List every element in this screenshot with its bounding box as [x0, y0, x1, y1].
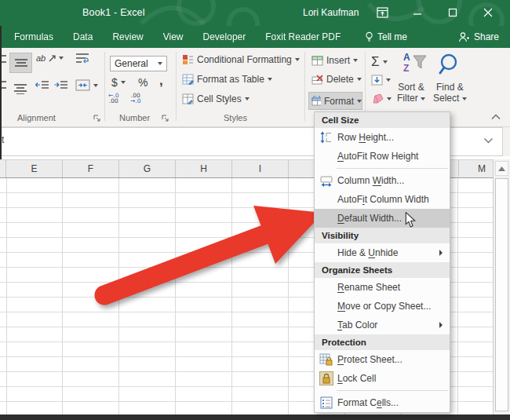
title-bar: Book1 - Excel Lori Kaufman — [0, 0, 510, 26]
styles-group-label: Styles — [224, 113, 247, 122]
fill-button[interactable] — [371, 75, 391, 86]
excel-window: Book1 - Excel Lori Kaufman FormulasDataR… — [0, 0, 510, 420]
row-height-icon — [315, 131, 337, 144]
minimize-button[interactable] — [410, 5, 425, 20]
autosum-button[interactable]: Σ — [371, 54, 388, 70]
comma-symbol: , — [159, 73, 163, 89]
tab-formulas[interactable]: Formulas — [14, 31, 53, 42]
format-label: Format — [324, 96, 354, 107]
alignment-group-label: Alignment — [17, 113, 56, 122]
insert-label: Insert — [326, 55, 350, 66]
middle-align-button[interactable] — [9, 53, 32, 73]
alignment-dialog-launcher[interactable] — [93, 115, 101, 122]
menu-header-organize-sheets: Organize Sheets — [315, 262, 450, 278]
format-as-table-label: Format as Table — [197, 74, 264, 85]
share-person-icon — [458, 31, 470, 42]
cell-styles-button[interactable]: Cell Styles — [182, 93, 250, 104]
merge-center-button[interactable] — [75, 79, 98, 91]
format-as-table-icon — [182, 74, 194, 85]
tab-foxit-reader-pdf[interactable]: Foxit Reader PDF — [265, 31, 341, 42]
dropdown-caret-icon — [357, 100, 362, 103]
dropdown-caret-icon — [421, 97, 425, 100]
tell-me-box[interactable]: Tell me — [365, 26, 407, 48]
account-name[interactable]: Lori Kaufman — [303, 7, 359, 18]
wrap-text-button[interactable] — [75, 53, 89, 64]
comma-style-button[interactable]: , — [159, 73, 163, 89]
conditional-formatting-button[interactable]: Conditional Formatting — [182, 54, 300, 65]
format-cells-icon — [315, 396, 337, 409]
sigma-icon: Σ — [371, 54, 380, 70]
dropdown-caret-icon — [386, 79, 391, 82]
number-format-value: General — [115, 58, 148, 69]
tab-data[interactable]: Data — [73, 31, 93, 42]
menu-item-hide-unhide[interactable]: Hide & Unhide — [315, 243, 450, 262]
maximize-button[interactable] — [445, 5, 461, 20]
menu-item-move-or-copy-sheet[interactable]: Move or Copy Sheet... — [315, 297, 450, 316]
conditional-formatting-icon — [182, 54, 194, 65]
find-select-button[interactable]: Find & Select — [433, 82, 467, 104]
formula-bar-right-filler — [503, 127, 510, 156]
column-header-m[interactable]: M — [458, 160, 494, 177]
dropdown-caret-icon — [383, 60, 388, 64]
menu-item-autofit-column-width[interactable]: AutoFit Column Width — [315, 190, 450, 209]
delete-label: Delete — [326, 74, 354, 85]
decrease-indent-button[interactable] — [35, 80, 49, 91]
menu-item-protect-sheet[interactable]: Protect Sheet... — [315, 350, 450, 369]
format-as-table-button[interactable]: Format as Table — [182, 74, 272, 85]
menu-item-label: AutoFit Row Height — [337, 151, 450, 162]
currency-button[interactable]: $ — [111, 76, 126, 89]
share-button[interactable]: Share — [458, 26, 499, 48]
column-header-e[interactable]: E — [6, 160, 63, 177]
menu-item-autofit-row-height[interactable]: AutoFit Row Height — [315, 147, 450, 166]
menu-item-row-height[interactable]: Row Height... — [315, 128, 450, 147]
tell-me-label: Tell me — [377, 31, 407, 42]
collapse-ribbon-icon[interactable] — [491, 114, 501, 120]
column-header-h[interactable]: H — [176, 160, 232, 177]
tab-view[interactable]: View — [163, 31, 184, 42]
submenu-arrow-icon — [439, 250, 443, 256]
format-button[interactable]: Format — [308, 92, 362, 110]
column-header-g[interactable]: G — [119, 160, 176, 177]
delete-button[interactable]: Delete — [311, 74, 362, 85]
menu-header-protection: Protection — [315, 334, 450, 350]
number-dialog-launcher[interactable] — [162, 115, 169, 122]
column-header-i[interactable]: I — [232, 160, 289, 177]
orientation-arrow-icon — [49, 55, 56, 62]
eraser-icon — [371, 93, 384, 104]
menu-item-default-width[interactable]: Default Width... — [315, 209, 450, 228]
dropdown-caret-icon — [387, 97, 392, 100]
number-format-combobox[interactable]: General — [110, 56, 167, 71]
dropdown-caret-icon — [245, 97, 250, 100]
menu-item-label: Protect Sheet... — [337, 354, 450, 365]
menu-item-format-cells[interactable]: Format Cells... — [315, 393, 450, 412]
ribbon-display-options-icon[interactable] — [374, 5, 390, 20]
menu-item-label: Move or Copy Sheet... — [337, 301, 450, 312]
sort-filter-button[interactable]: Sort & Filter — [397, 82, 425, 104]
menu-item-rename-sheet[interactable]: Rename Sheet — [315, 278, 450, 297]
menu-item-label: Column Width... — [337, 175, 450, 186]
column-header-f[interactable]: F — [63, 160, 119, 177]
close-button[interactable] — [480, 5, 496, 20]
row-header-stub — [0, 160, 6, 177]
increase-decimal-button[interactable]: ←.0.00 — [108, 93, 118, 104]
orientation-button[interactable]: ab — [36, 53, 64, 63]
menu-item-column-width[interactable]: Column Width... — [315, 171, 450, 190]
vertical-scrollbar[interactable] — [493, 159, 510, 415]
center-button[interactable] — [9, 79, 31, 98]
percent-button[interactable]: % — [138, 76, 148, 89]
insert-button[interactable]: Insert — [311, 55, 358, 66]
scroll-up-button[interactable] — [495, 161, 508, 176]
dropdown-caret-icon — [93, 84, 98, 87]
clear-button[interactable] — [371, 93, 392, 104]
expand-formula-bar-icon[interactable] — [483, 137, 494, 144]
decrease-decimal-button[interactable]: .00→.0 — [130, 93, 140, 104]
increase-indent-button[interactable] — [54, 80, 67, 91]
scrollbar-thumb[interactable] — [495, 178, 508, 411]
menu-item-tab-color[interactable]: Tab Color — [315, 316, 450, 334]
menu-item-label: Rename Sheet — [337, 282, 450, 293]
column-width-icon — [315, 175, 337, 187]
menu-item-lock-cell[interactable]: Lock Cell — [315, 369, 450, 388]
tab-developer[interactable]: Developer — [203, 31, 246, 42]
dropdown-caret-icon — [268, 78, 272, 81]
tab-review[interactable]: Review — [112, 31, 143, 42]
